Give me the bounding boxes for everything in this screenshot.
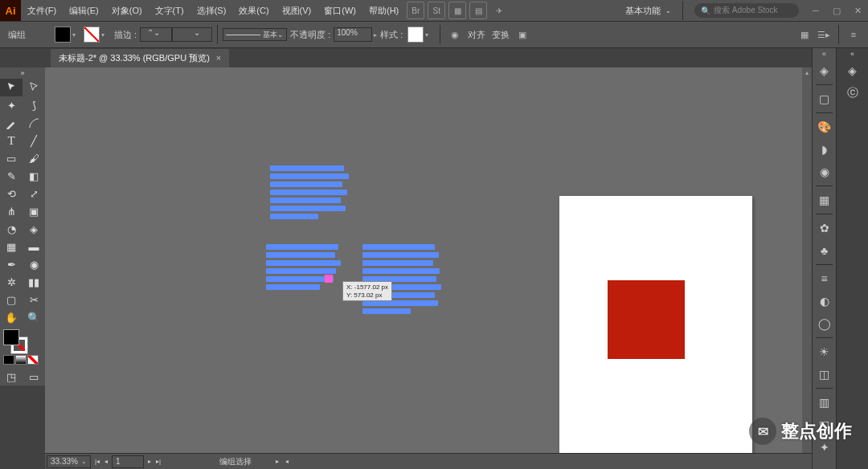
zoom-tool[interactable]: 🔍 [23,308,45,326]
bridge-icon[interactable]: Br [407,2,424,19]
paintbrush-tool[interactable]: 🖌 [23,149,45,167]
expand-left-icon[interactable]: » [0,67,45,79]
stroke-weight-input[interactable]: ⌃⌄ [140,27,172,42]
grid-icon[interactable]: ▤ [469,2,487,19]
appearance-panel-icon[interactable]: ☀ [813,341,836,363]
status-arrow-icon[interactable]: ▸ [276,458,279,465]
next-artboard-icon[interactable]: ▸ [145,458,154,465]
red-square-shape[interactable] [608,280,685,359]
symbols-panel-icon[interactable]: ✿ [813,217,836,239]
share-icon[interactable]: ✈ [490,2,508,19]
menu-type[interactable]: 文字(T) [149,0,190,21]
fill-swatch[interactable] [55,27,71,43]
color-mode-icon[interactable] [3,355,14,365]
menu-object[interactable]: 对象(O) [105,0,149,21]
blend-tool[interactable]: ◉ [23,255,45,273]
gradient-mode-icon[interactable] [15,355,27,365]
prev-artboard-icon[interactable]: ◂ [102,458,110,465]
eraser-tool[interactable]: ◧ [23,167,45,185]
stroke-swatch[interactable] [84,27,100,43]
stroke-profile[interactable]: 基本 ⌄ [223,28,287,41]
menu-file[interactable]: 文件(F) [21,0,63,21]
rectangle-tool[interactable]: ▭ [0,149,23,167]
style-dropdown[interactable]: ▾ [425,31,432,39]
hand-tool[interactable]: ✋ [0,308,23,326]
width-tool[interactable]: ⋔ [0,202,23,220]
workspace-switcher[interactable]: 基本功能 ⌄ [619,3,678,18]
search-stock-input[interactable]: 🔍 搜索 Adobe Stock [694,3,799,18]
fill-color[interactable] [3,329,19,345]
slice-tool[interactable]: ✂ [23,291,45,308]
opacity-input[interactable]: 100% [334,27,372,42]
menu-effect[interactable]: 效果(C) [232,0,275,21]
stroke-panel-icon[interactable]: ≡ [813,267,836,290]
expand-right2-icon[interactable]: « [837,48,868,59]
fill-dropdown[interactable]: ▾ [72,31,79,39]
arrange-icon[interactable]: ▦ [448,2,466,19]
close-button[interactable]: ✕ [849,3,866,18]
shaper-tool[interactable]: ✎ [0,167,23,185]
libraries-icon[interactable]: ◈ [837,59,868,82]
text-block-1[interactable] [270,165,350,222]
first-artboard-icon[interactable]: |◂ [92,458,102,465]
artboards-panel-icon[interactable]: ▢ [813,88,836,110]
canvas[interactable]: X: -1577.02 px Y: 573.02 px ▴ [45,67,812,453]
rotate-tool[interactable]: ⟲ [0,185,23,202]
hscroll-left-icon[interactable]: ◂ [285,458,289,465]
graphic-styles-icon[interactable]: ◫ [813,363,836,385]
transparency-panel-icon[interactable]: ◯ [813,312,836,335]
brushes-panel-icon[interactable]: ▦ [813,189,836,211]
pen-tool[interactable] [0,114,23,132]
menu-window[interactable]: 窗口(W) [317,0,362,21]
panel-menu-icon[interactable]: ≡ [846,27,861,42]
text-block-2[interactable] [266,244,342,292]
options-icon[interactable]: ☰▸ [817,27,831,42]
type-tool[interactable]: T [0,132,23,149]
color-panel-icon[interactable]: 🎨 [813,116,836,138]
menu-select[interactable]: 选择(S) [190,0,233,21]
direct-selection-tool[interactable] [23,79,45,96]
symbol-sprayer-tool[interactable]: ✲ [0,273,23,291]
shape-builder-tool[interactable]: ◔ [0,220,23,238]
scroll-up-icon[interactable]: ▴ [802,67,812,77]
swatches-panel-icon[interactable]: ◉ [813,161,836,183]
eyedropper-tool[interactable]: ✒ [0,255,23,273]
transform-label[interactable]: 变换 [492,29,510,41]
perspective-tool[interactable]: ◈ [23,220,45,238]
line-tool[interactable]: ╱ [23,132,45,149]
graphic-style-swatch[interactable] [407,27,424,43]
club-panel-icon[interactable]: ♣ [813,239,836,262]
gradient-panel-icon[interactable]: ◐ [813,290,836,312]
recolor-icon[interactable]: ◉ [448,27,462,42]
last-artboard-icon[interactable]: ▸| [154,458,163,465]
artboard-tool[interactable]: ▢ [0,291,23,308]
artboard-nav-input[interactable]: 1 [112,455,144,468]
align-label[interactable]: 对齐 [468,29,485,41]
screen-mode-icon[interactable]: ▭ [23,368,45,385]
anchor-point[interactable] [325,275,333,283]
mesh-tool[interactable]: ▦ [0,238,23,255]
lasso-tool[interactable]: ⟆ [23,96,45,114]
vertical-scrollbar[interactable]: ▴ [802,67,812,453]
draw-mode-icon[interactable]: ◳ [0,368,23,385]
grid-align-icon[interactable]: ▦ [797,27,812,42]
menu-edit[interactable]: 编辑(E) [63,0,105,21]
stroke-dropdown[interactable]: ▾ [101,31,108,39]
align-panel-icon[interactable]: ▥ [813,391,836,414]
expand-right-icon[interactable]: « [813,48,836,59]
minimize-button[interactable]: ─ [807,3,825,18]
color-guide-icon[interactable]: ◗ [813,138,836,161]
gradient-tool[interactable]: ▬ [23,238,45,255]
none-mode-icon[interactable] [27,355,39,365]
column-graph-tool[interactable]: ▮▮ [23,273,45,291]
free-transform-tool[interactable]: ▣ [23,202,45,220]
cc-icon[interactable]: ⓒ [837,82,868,104]
isolate-icon[interactable]: ▣ [515,27,530,42]
menu-help[interactable]: 帮助(H) [362,0,405,21]
menu-view[interactable]: 视图(V) [276,0,318,21]
fill-stroke-control[interactable] [0,326,45,368]
curvature-tool[interactable] [23,114,45,132]
text-block-3[interactable] [362,244,443,316]
document-tab[interactable]: 未标题-2* @ 33.33% (RGB/GPU 预览) × [51,49,229,67]
stroke-width-dd[interactable]: ⌄ [172,27,212,42]
